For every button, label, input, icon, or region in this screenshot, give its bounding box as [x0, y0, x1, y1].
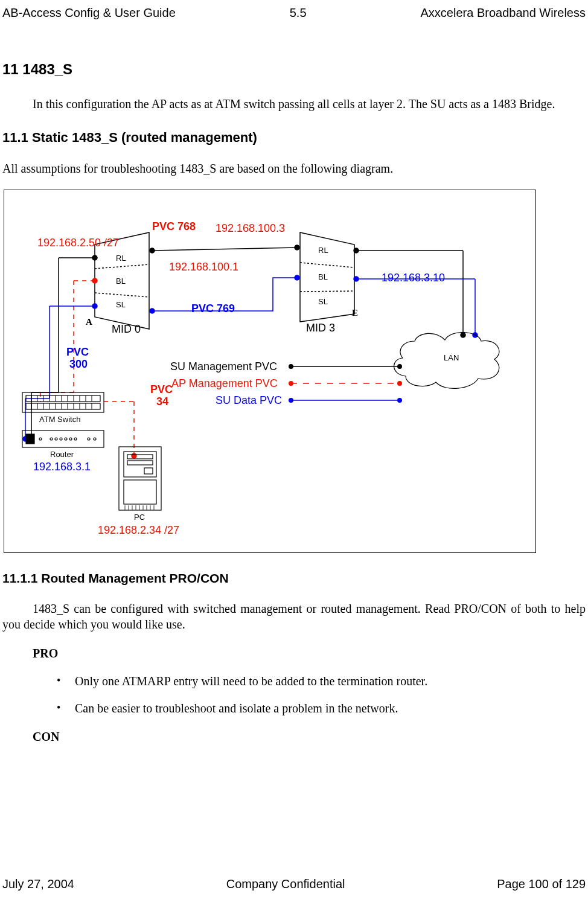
ap-layer-bl: BL [116, 277, 126, 286]
label-pvc769: PVC 769 [191, 302, 235, 315]
svg-point-46 [397, 398, 402, 403]
svg-rect-87 [144, 468, 153, 474]
section-11-1-title: 11.1 Static 1483_S (routed management) [2, 130, 586, 146]
label-ip-3-1: 192.168.3.1 [33, 461, 91, 473]
ap-layer-sl: SL [116, 300, 126, 309]
svg-point-82 [94, 438, 96, 440]
ap-label-a: A [86, 317, 92, 327]
header-right: Axxcelera Broadband Wireless [421, 6, 586, 20]
svg-point-78 [65, 438, 67, 440]
svg-rect-49 [26, 403, 100, 409]
label-pvc34-2: 34 [156, 395, 168, 408]
svg-line-6 [152, 248, 297, 251]
svg-rect-73 [26, 434, 34, 444]
svg-point-76 [55, 438, 57, 440]
section-11-1-intro: All assumptions for troubleshooting 1483… [2, 161, 586, 176]
label-atm-switch: ATM Switch [39, 415, 80, 424]
label-ip-2-34: 192.168.2.34 /27 [98, 524, 179, 537]
network-diagram: PVC 768 192.168.100.3 192.168.2.50 /27 1… [4, 190, 536, 553]
svg-rect-85 [127, 455, 153, 459]
su-layer-rl: RL [318, 246, 328, 255]
label-pvc34-1: PVC [150, 383, 173, 396]
footer-right: Page 100 of 129 [497, 877, 586, 891]
label-pvc768: PVC 768 [152, 220, 196, 233]
ap-layer-rl: RL [116, 254, 126, 263]
svg-rect-86 [127, 461, 153, 465]
svg-point-43 [397, 381, 402, 386]
legend-ap-mgmt: AP Management PVC [171, 377, 278, 390]
legend-su-data: SU Data PVC [216, 394, 282, 407]
label-mid0: MID 0 [112, 323, 141, 336]
label-pvc300-1: PVC [66, 346, 89, 359]
label-lan: LAN [444, 353, 459, 362]
label-ip-2-50: 192.168.2.50 /27 [37, 237, 119, 249]
svg-point-81 [88, 438, 90, 440]
legend-su-mgmt: SU Management PVC [170, 360, 277, 373]
footer-center: Company Confidential [226, 877, 345, 891]
label-ip-100-1: 192.168.100.1 [169, 261, 238, 273]
su-layer-sl: SL [318, 297, 328, 306]
label-pvc300-2: 300 [69, 358, 88, 371]
page-header: AB-Access Config & User Guide 5.5 Axxcel… [0, 6, 588, 25]
svg-line-2 [300, 263, 354, 267]
con-heading: CON [33, 729, 586, 744]
section-11-1-1-title: 11.1.1 Routed Management PRO/CON [2, 571, 586, 586]
label-mid3: MID 3 [306, 322, 335, 334]
section-11-title: 11 1483_S [2, 61, 586, 78]
header-left: AB-Access Config & User Guide [2, 6, 176, 20]
svg-point-79 [69, 438, 72, 440]
svg-point-75 [50, 438, 53, 440]
svg-line-0 [95, 264, 149, 269]
svg-rect-88 [124, 480, 156, 504]
list-item: Only one ATMARP entry will need to be ad… [57, 674, 586, 688]
page-body: 11 1483_S In this configuration the AP a… [0, 61, 588, 744]
label-ip-3-10: 192.168.3.10 [382, 272, 445, 284]
pro-list: Only one ATMARP entry will need to be ad… [57, 674, 586, 715]
svg-line-3 [300, 291, 354, 292]
svg-point-40 [397, 364, 402, 369]
section-11-intro: In this configuration the AP acts as at … [2, 96, 586, 112]
svg-point-77 [60, 438, 62, 440]
label-pc: PC [134, 513, 145, 522]
header-center: 5.5 [290, 6, 307, 20]
page-footer: July 27, 2004 Company Confidential Page … [2, 877, 586, 891]
label-ip-100-3: 192.168.100.3 [216, 222, 285, 235]
su-label-e: E [352, 308, 358, 318]
svg-point-24 [132, 453, 136, 458]
svg-point-16 [461, 333, 465, 337]
list-item: Can be easier to troubleshoot and isolat… [57, 702, 586, 715]
svg-point-80 [74, 438, 77, 440]
footer-left: July 27, 2004 [2, 877, 74, 891]
su-layer-bl: BL [318, 272, 328, 281]
label-router: Router [50, 450, 74, 459]
svg-rect-83 [119, 447, 161, 510]
svg-line-1 [95, 293, 149, 297]
svg-point-74 [39, 438, 42, 440]
svg-rect-84 [124, 452, 156, 477]
pro-heading: PRO [33, 645, 586, 661]
section-11-1-1-intro: 1483_S can be configured with switched m… [2, 601, 586, 632]
